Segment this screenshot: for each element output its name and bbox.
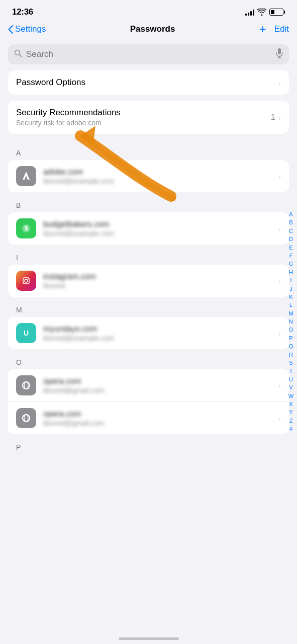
- security-recommendations-item[interactable]: Security Recommendations Security risk f…: [8, 101, 289, 134]
- section-header-m: M: [0, 297, 297, 317]
- alpha-e[interactable]: E: [287, 244, 295, 252]
- entry-email-opera-1: blurred@gmail.com: [43, 386, 278, 394]
- add-button[interactable]: +: [259, 23, 266, 35]
- alpha-r[interactable]: R: [287, 351, 295, 359]
- section-m-group: U myundays.com blurred@example.com ›: [8, 317, 289, 349]
- alpha-a[interactable]: A: [287, 211, 295, 218]
- alpha-m[interactable]: M: [287, 310, 295, 317]
- entry-domain-instagram: instagram.com: [43, 272, 278, 281]
- wifi-icon: [257, 9, 266, 16]
- search-input[interactable]: [26, 49, 272, 59]
- entry-domain-opera-2: opera.com: [43, 410, 278, 419]
- alpha-t[interactable]: T: [287, 368, 295, 375]
- alpha-v[interactable]: V: [287, 384, 295, 391]
- alpha-j[interactable]: J: [287, 285, 295, 293]
- password-options-section: Password Options ›: [8, 70, 289, 95]
- alpha-i[interactable]: I: [287, 277, 295, 284]
- entry-domain-opera-1: opera.com: [43, 377, 278, 386]
- alpha-k[interactable]: K: [287, 293, 295, 301]
- entry-adobe[interactable]: adobe.com blurred@example.com ›: [8, 160, 289, 192]
- entry-budgetbakers[interactable]: $ budgetbakers.com blurred@example.com ›: [8, 212, 289, 245]
- alpha-x[interactable]: X: [287, 400, 295, 408]
- entry-email-budgetbakers: blurred@example.com: [43, 229, 278, 237]
- entry-email-adobe: blurred@example.com: [43, 177, 278, 185]
- chevron-icon: ›: [278, 113, 281, 122]
- alpha-o[interactable]: O: [287, 327, 295, 334]
- entry-opera-2[interactable]: opera.com blurred@gmail.com ›: [8, 402, 289, 434]
- section-i-group: instagram.com blurred ›: [8, 265, 289, 297]
- section-header-i: I: [0, 245, 297, 265]
- edit-button[interactable]: Edit: [274, 24, 289, 34]
- alpha-s[interactable]: S: [287, 359, 295, 367]
- home-indicator: [119, 637, 179, 640]
- svg-point-16: [24, 415, 28, 422]
- security-recommendations-label: Security Recommendations: [16, 108, 271, 118]
- alpha-l[interactable]: L: [287, 302, 295, 309]
- status-bar: 12:36: [0, 0, 297, 21]
- section-header-b: B: [0, 192, 297, 212]
- search-icon: [14, 49, 22, 59]
- entry-icon-myundays: U: [16, 323, 36, 343]
- entry-instagram[interactable]: instagram.com blurred ›: [8, 265, 289, 297]
- password-options-item[interactable]: Password Options ›: [8, 70, 289, 95]
- alpha-w[interactable]: W: [287, 392, 295, 400]
- alpha-c[interactable]: C: [287, 227, 295, 235]
- alpha-f[interactable]: F: [287, 252, 295, 260]
- mic-icon[interactable]: [276, 48, 283, 60]
- password-options-label: Password Options: [16, 77, 278, 88]
- search-container: [0, 40, 297, 70]
- alpha-g[interactable]: G: [287, 261, 295, 268]
- entry-icon-instagram: [16, 271, 36, 291]
- alpha-u[interactable]: U: [287, 376, 295, 383]
- alpha-d[interactable]: D: [287, 235, 295, 243]
- entry-myundays[interactable]: U myundays.com blurred@example.com ›: [8, 317, 289, 349]
- entry-opera-1[interactable]: opera.com blurred@gmail.com ›: [8, 369, 289, 402]
- svg-point-10: [25, 279, 28, 282]
- chevron-icon: ›: [278, 224, 281, 233]
- security-recommendations-section: Security Recommendations Security risk f…: [8, 101, 289, 134]
- svg-rect-2: [278, 48, 281, 54]
- section-header-a: A: [0, 140, 297, 160]
- alpha-y[interactable]: Y: [287, 409, 295, 417]
- search-bar[interactable]: [8, 44, 289, 64]
- chevron-icon: ›: [278, 78, 281, 87]
- back-label: Settings: [15, 24, 46, 34]
- entry-domain-adobe: adobe.com: [43, 168, 278, 177]
- security-recommendations-subtitle: Security risk for adobe.com: [16, 119, 271, 127]
- section-o-group: opera.com blurred@gmail.com › opera.com …: [8, 369, 289, 434]
- entry-icon-adobe: [16, 166, 36, 186]
- status-icons: [245, 9, 285, 16]
- back-chevron-icon: [8, 25, 13, 34]
- signal-icon: [245, 9, 254, 16]
- alpha-h[interactable]: H: [287, 269, 295, 276]
- alphabet-index: A B C D E F G H I J K L M N O P Q R S T …: [285, 209, 297, 435]
- alpha-p[interactable]: P: [287, 335, 295, 342]
- chevron-icon: ›: [278, 381, 281, 390]
- alpha-hash[interactable]: #: [287, 425, 295, 433]
- section-b-group: $ budgetbakers.com blurred@example.com ›: [8, 212, 289, 245]
- chevron-icon: ›: [278, 329, 281, 338]
- entry-icon-opera-1: [16, 375, 36, 395]
- entry-email-myundays: blurred@example.com: [43, 334, 278, 342]
- chevron-icon: ›: [278, 277, 281, 285]
- alpha-b[interactable]: B: [287, 219, 295, 227]
- status-time: 12:36: [12, 7, 33, 17]
- content: Password Options › Security Recommendati…: [0, 70, 297, 469]
- entry-icon-budgetbakers: $: [16, 218, 36, 238]
- alpha-z[interactable]: Z: [287, 417, 295, 425]
- entry-domain-budgetbakers: budgetbakers.com: [43, 220, 278, 229]
- nav-bar: Settings Passwords + Edit: [0, 21, 297, 40]
- section-header-p: P: [0, 434, 297, 454]
- section-header-o: O: [0, 349, 297, 369]
- security-badge: 1: [271, 112, 275, 122]
- entry-icon-opera-2: [16, 408, 36, 428]
- svg-point-11: [28, 278, 29, 279]
- svg-point-13: [23, 382, 30, 389]
- alpha-q[interactable]: Q: [287, 343, 295, 350]
- svg-line-1: [20, 55, 22, 57]
- back-button[interactable]: Settings: [8, 24, 46, 34]
- alpha-n[interactable]: N: [287, 318, 295, 326]
- svg-point-15: [23, 415, 30, 422]
- entry-email-instagram: blurred: [43, 282, 278, 290]
- svg-text:$: $: [25, 225, 28, 232]
